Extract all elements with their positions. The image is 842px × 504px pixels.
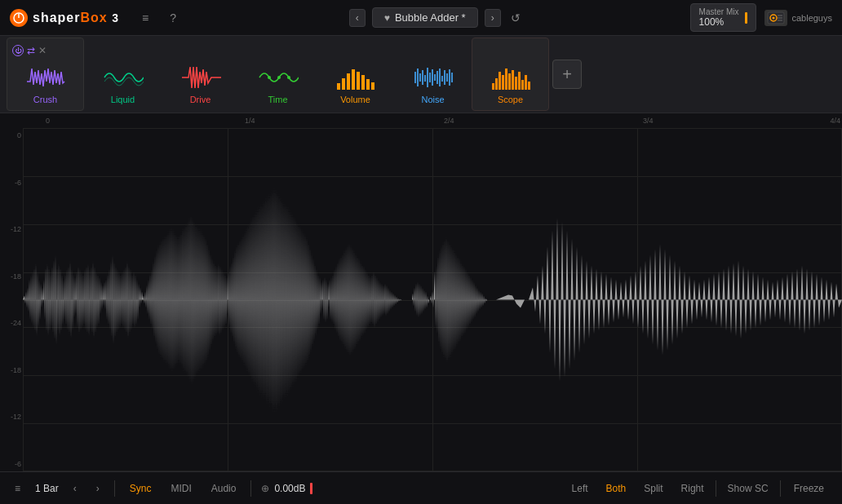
zoom-value: 0.00dB bbox=[274, 483, 305, 494]
svg-rect-23 bbox=[424, 75, 426, 82]
beat-1: 1/4 bbox=[245, 117, 255, 125]
effect-scope[interactable]: Scope bbox=[472, 38, 549, 111]
volume-label: Volume bbox=[340, 95, 370, 104]
svg-rect-14 bbox=[352, 69, 355, 90]
bottom-menu-button[interactable]: ≡ bbox=[10, 480, 25, 497]
svg-rect-19 bbox=[414, 72, 416, 83]
svg-rect-37 bbox=[499, 72, 501, 90]
channel-split-button[interactable]: Split bbox=[637, 480, 669, 497]
crush-close-button[interactable]: ✕ bbox=[38, 45, 47, 56]
midi-button[interactable]: MIDI bbox=[166, 480, 196, 497]
channel-right-button[interactable]: Right bbox=[675, 480, 711, 497]
svg-rect-43 bbox=[518, 72, 521, 90]
svg-rect-31 bbox=[444, 70, 445, 85]
effect-noise[interactable]: Noise bbox=[394, 38, 472, 111]
cableguys-logo: cableguys bbox=[764, 10, 832, 26]
db-label-1: -6 bbox=[2, 179, 21, 187]
liquid-icon bbox=[103, 63, 144, 92]
cableguys-icon bbox=[764, 10, 787, 26]
time-icon bbox=[258, 63, 299, 92]
drive-icon bbox=[180, 63, 221, 92]
db-label-2: -12 bbox=[2, 225, 21, 233]
svg-rect-32 bbox=[446, 73, 448, 82]
channel-buttons: Left Both Split Right Show SC Freeze bbox=[565, 480, 832, 497]
db-label-0: 0 bbox=[2, 131, 21, 139]
svg-rect-44 bbox=[521, 80, 524, 90]
effect-crush[interactable]: ⏻ ⇄ ✕ Crush bbox=[7, 38, 84, 111]
db-labels: 0 -6 -12 -18 -24 -18 -12 -6 bbox=[0, 128, 23, 471]
svg-rect-39 bbox=[505, 69, 507, 90]
effects-bar: ⏻ ⇄ ✕ Crush Liquid Drive bbox=[0, 36, 842, 113]
audio-button[interactable]: Audio bbox=[206, 480, 242, 497]
refresh-button[interactable]: ↺ bbox=[507, 8, 524, 28]
channel-both-button[interactable]: Both bbox=[600, 480, 633, 497]
prev-preset-button[interactable]: ‹ bbox=[349, 9, 366, 27]
svg-rect-17 bbox=[366, 79, 370, 90]
effect-drive[interactable]: Drive bbox=[162, 38, 239, 111]
svg-rect-20 bbox=[417, 69, 419, 86]
zoom-icon: ⊕ bbox=[261, 483, 269, 494]
svg-rect-16 bbox=[361, 75, 365, 90]
svg-rect-26 bbox=[432, 69, 433, 86]
help-button[interactable]: ? bbox=[163, 8, 183, 28]
channel-left-button[interactable]: Left bbox=[565, 480, 595, 497]
time-label: Time bbox=[268, 95, 287, 104]
beat-2: 2/4 bbox=[444, 117, 454, 125]
zoom-indicator bbox=[310, 483, 312, 494]
beat-4: 4/4 bbox=[830, 117, 840, 125]
svg-rect-36 bbox=[495, 78, 498, 90]
svg-rect-46 bbox=[528, 82, 530, 90]
logo-icon bbox=[10, 9, 28, 27]
nav-arrows-right: › bbox=[485, 9, 501, 27]
svg-rect-28 bbox=[437, 71, 438, 84]
next-bar-button[interactable]: › bbox=[91, 480, 104, 497]
svg-point-4 bbox=[773, 16, 775, 19]
db-label-7: -6 bbox=[2, 460, 21, 468]
bottom-bar: ≡ 1 Bar ‹ › Sync MIDI Audio ⊕ 0.00dB Lef… bbox=[0, 471, 842, 504]
sync-button[interactable]: Sync bbox=[125, 480, 157, 497]
separator-2 bbox=[250, 480, 251, 497]
crush-power-button[interactable]: ⏻ bbox=[12, 45, 24, 56]
db-label-4: -24 bbox=[2, 319, 21, 327]
crush-icon bbox=[25, 63, 66, 92]
separator-4 bbox=[780, 480, 781, 497]
svg-rect-13 bbox=[347, 73, 350, 90]
beat-markers: 0 1/4 2/4 3/4 4/4 bbox=[23, 113, 842, 128]
crush-loop-button[interactable]: ⇄ bbox=[27, 45, 35, 56]
svg-rect-42 bbox=[515, 77, 517, 90]
crush-controls: ⏻ ⇄ ✕ bbox=[12, 45, 47, 56]
logo-area: shaperBox 3 bbox=[10, 9, 119, 27]
next-preset-button[interactable]: › bbox=[485, 9, 501, 27]
svg-rect-11 bbox=[337, 83, 340, 90]
menu-button[interactable]: ≡ bbox=[135, 8, 155, 28]
volume-icon bbox=[335, 63, 376, 92]
zoom-area: ⊕ 0.00dB bbox=[261, 483, 312, 494]
noise-icon bbox=[413, 63, 454, 92]
svg-rect-41 bbox=[512, 70, 514, 90]
waveform-svg bbox=[23, 128, 842, 471]
prev-bar-button[interactable]: ‹ bbox=[69, 480, 82, 497]
show-sc-button[interactable]: Show SC bbox=[721, 480, 775, 497]
noise-label: Noise bbox=[421, 95, 444, 104]
svg-rect-33 bbox=[449, 69, 450, 86]
waveform-canvas bbox=[23, 128, 842, 471]
db-label-6: -12 bbox=[2, 413, 21, 421]
bar-label: 1 Bar bbox=[35, 483, 59, 494]
effect-volume[interactable]: Volume bbox=[317, 38, 394, 111]
svg-rect-45 bbox=[525, 75, 527, 90]
effect-time[interactable]: Time bbox=[239, 38, 317, 111]
svg-point-8 bbox=[268, 76, 271, 79]
svg-rect-40 bbox=[508, 73, 511, 90]
master-mix: Master Mix 100% bbox=[690, 3, 757, 32]
beat-0: 0 bbox=[46, 117, 50, 125]
waveform-area: 0 1/4 2/4 3/4 4/4 0 -6 -12 -18 -24 -18 -… bbox=[0, 113, 842, 471]
separator-3 bbox=[716, 480, 716, 497]
preset-name[interactable]: ♥ Bubble Adder * bbox=[372, 7, 478, 28]
add-effect-button[interactable]: + bbox=[552, 60, 582, 89]
svg-rect-29 bbox=[439, 69, 441, 86]
freeze-button[interactable]: Freeze bbox=[786, 480, 832, 497]
master-mix-bar bbox=[745, 12, 747, 24]
cableguys-label: cableguys bbox=[791, 13, 832, 23]
effect-liquid[interactable]: Liquid bbox=[84, 38, 162, 111]
svg-point-9 bbox=[277, 76, 281, 79]
